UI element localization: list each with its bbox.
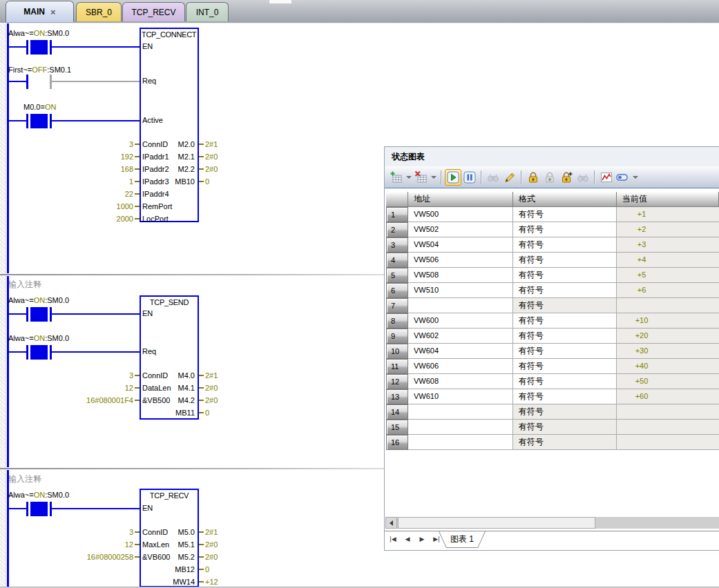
close-icon[interactable]: × xyxy=(50,8,56,17)
contact-operand-label[interactable]: Alwa~=ON:SM0.0 xyxy=(8,334,69,342)
cell-format[interactable]: 有符号 xyxy=(513,329,617,344)
row-header-16[interactable]: 16 xyxy=(386,435,408,450)
cell-address[interactable]: VW604 xyxy=(408,344,513,359)
row-header-3[interactable]: 3 xyxy=(386,237,408,253)
cell-format[interactable]: 有符号 xyxy=(513,298,617,313)
block-input-value[interactable]: 3 xyxy=(41,371,133,380)
tab-main[interactable]: MAIN × xyxy=(6,1,74,22)
block-output-value[interactable]: 2#0 xyxy=(205,165,253,173)
cell-format[interactable]: 有符号 xyxy=(513,268,617,283)
cell-address[interactable] xyxy=(408,298,513,313)
cell-format[interactable]: 有符号 xyxy=(513,207,617,222)
cell-address[interactable] xyxy=(408,404,513,420)
cell-format[interactable]: 有符号 xyxy=(513,313,617,329)
cell-address[interactable] xyxy=(408,420,513,435)
row-header-15[interactable]: 15 xyxy=(386,420,408,435)
row-header-12[interactable]: 12 xyxy=(386,374,408,389)
cell-address[interactable]: VW606 xyxy=(408,359,513,374)
cell-format[interactable]: 有符号 xyxy=(513,237,617,253)
horizontal-scrollbar[interactable] xyxy=(385,517,719,529)
cell-address[interactable]: VW508 xyxy=(408,268,513,283)
row-header-6[interactable]: 6 xyxy=(386,283,408,298)
block-input-value[interactable]: 1000 xyxy=(41,202,133,210)
cell-address[interactable]: VW500 xyxy=(408,207,513,222)
row-header-5[interactable]: 5 xyxy=(386,268,408,283)
toolbar-button-insert-chart[interactable] xyxy=(388,169,405,186)
cell-address[interactable]: VW504 xyxy=(408,237,513,253)
row-header-1[interactable]: 1 xyxy=(386,207,408,222)
cell-format[interactable]: 有符号 xyxy=(513,222,617,237)
toolbar-button-read-once[interactable] xyxy=(485,169,501,186)
sheet-nav-last-button[interactable]: ▶| xyxy=(432,534,441,544)
row-header-9[interactable]: 9 xyxy=(386,329,408,344)
column-header-0[interactable]: 地址 xyxy=(408,192,513,207)
contact-operand-label[interactable]: M0.0=ON xyxy=(23,103,56,111)
scroll-left-button[interactable] xyxy=(385,517,397,529)
block-input-value[interactable]: 3 xyxy=(41,528,133,536)
contact-operand-label[interactable]: Alwa~=ON:SM0.0 xyxy=(8,296,69,304)
network-comment[interactable]: 输入注释 xyxy=(8,473,41,485)
block-input-value[interactable]: 16#08000258 xyxy=(41,553,133,561)
column-header-1[interactable]: 格式 xyxy=(513,192,617,207)
tab-sbr0[interactable]: SBR_0 xyxy=(76,2,122,21)
toolbar-button-trend-view[interactable] xyxy=(598,169,615,186)
toolbar-button-toggle-display[interactable] xyxy=(615,169,631,186)
sheet-nav-previous-button[interactable]: ◀ xyxy=(403,534,412,544)
cell-address[interactable]: VW506 xyxy=(408,253,513,268)
block-input-value[interactable]: 12 xyxy=(41,540,133,549)
cell-format[interactable]: 有符号 xyxy=(513,253,617,268)
cell-address[interactable]: VW608 xyxy=(408,374,513,389)
block-input-value[interactable]: 1 xyxy=(41,177,133,186)
row-header-11[interactable]: 11 xyxy=(386,359,408,374)
contact-operand-label[interactable]: Alwa~=ON:SM0.0 xyxy=(8,29,69,37)
block-output-value[interactable]: 2#0 xyxy=(205,553,253,561)
cell-format[interactable]: 有符号 xyxy=(513,283,617,298)
block-input-value[interactable]: 2000 xyxy=(41,215,133,223)
block-input-value[interactable]: 168 xyxy=(41,165,133,173)
block-input-value[interactable]: 3 xyxy=(41,140,133,148)
block-input-value[interactable]: 12 xyxy=(41,384,133,392)
sheet-nav-first-button[interactable]: |◀ xyxy=(388,534,398,544)
toolbar-dropdown-delete-chart[interactable] xyxy=(430,170,438,185)
block-output-value[interactable]: 0 xyxy=(205,409,253,417)
table-corner-header[interactable] xyxy=(386,192,408,207)
toolbar-button-force-new[interactable] xyxy=(558,169,575,186)
row-header-13[interactable]: 13 xyxy=(386,389,408,404)
cell-format[interactable]: 有符号 xyxy=(513,374,617,389)
block-input-value[interactable]: 16#080001F4 xyxy=(41,396,133,404)
cell-address[interactable]: VW502 xyxy=(408,222,513,237)
row-header-10[interactable]: 10 xyxy=(386,344,408,359)
block-output-value[interactable]: 2#0 xyxy=(205,153,253,161)
block-output-value[interactable]: +12 xyxy=(205,578,253,586)
block-output-value[interactable]: 2#1 xyxy=(205,140,253,148)
row-header-7[interactable]: 7 xyxy=(386,298,408,313)
block-output-value[interactable]: 0 xyxy=(205,177,253,186)
tab-tcp-recv[interactable]: TCP_RECV xyxy=(122,2,185,21)
cell-address[interactable]: VW602 xyxy=(408,329,513,344)
cell-address[interactable]: VW510 xyxy=(408,283,513,298)
toolbar-button-delete-chart[interactable] xyxy=(413,169,430,186)
row-header-2[interactable]: 2 xyxy=(386,222,408,237)
column-header-2[interactable]: 当前值 xyxy=(617,192,719,207)
cell-format[interactable]: 有符号 xyxy=(513,404,617,420)
row-header-4[interactable]: 4 xyxy=(386,253,408,268)
toolbar-button-pause-chart[interactable] xyxy=(461,169,478,186)
cell-address[interactable] xyxy=(408,435,513,450)
toolbar-dropdown-insert-chart[interactable] xyxy=(405,170,413,185)
sheet-tab-chart1[interactable]: 图表 1 xyxy=(439,531,486,548)
block-input-value[interactable]: 22 xyxy=(41,190,133,198)
cell-format[interactable]: 有符号 xyxy=(513,435,617,450)
tab-int0[interactable]: INT_0 xyxy=(186,2,229,21)
toolbar-dropdown-toggle-display[interactable] xyxy=(631,170,640,185)
cell-format[interactable]: 有符号 xyxy=(513,420,617,435)
toolbar-button-write-values[interactable] xyxy=(501,169,518,186)
contact-operand-label[interactable]: First~=OFF:SM0.1 xyxy=(8,66,71,74)
row-header-8[interactable]: 8 xyxy=(386,313,408,329)
cell-address[interactable]: VW600 xyxy=(408,313,513,329)
block-input-value[interactable]: 192 xyxy=(41,153,133,161)
cell-format[interactable]: 有符号 xyxy=(513,359,617,374)
row-header-14[interactable]: 14 xyxy=(386,404,408,420)
cell-format[interactable]: 有符号 xyxy=(513,389,617,404)
block-output-value[interactable]: 2#0 xyxy=(205,396,253,404)
toolbar-button-read-forced[interactable] xyxy=(575,169,591,186)
